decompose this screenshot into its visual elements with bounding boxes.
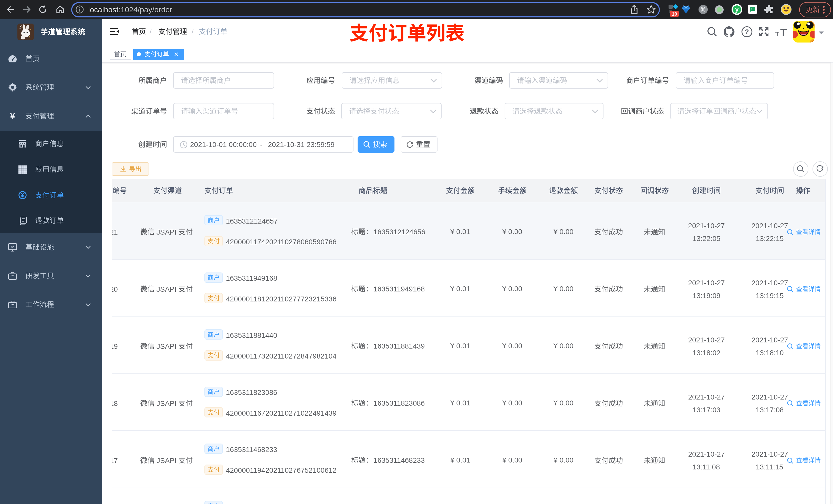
svg-text:¥ 0.01: ¥ 0.01 [450, 285, 470, 293]
svg-text:JSAPI: JSAPI [157, 400, 176, 407]
svg-text:¥ 0.00: ¥ 0.00 [553, 456, 573, 464]
svg-text:4200001194202110276752100612: 4200001194202110276752100612 [226, 466, 337, 474]
svg-text:13:11:08: 13:11:08 [693, 463, 720, 471]
svg-text:13:17:03: 13:17:03 [693, 406, 720, 414]
svg-text:1635311881439: 1635311881439 [374, 342, 425, 350]
svg-text:1635312124657: 1635312124657 [226, 217, 278, 225]
svg-text:1635311881440: 1635311881440 [226, 331, 277, 339]
svg-text:¥ 0.00: ¥ 0.00 [502, 399, 522, 407]
svg-text:13:17:08: 13:17:08 [756, 406, 784, 414]
svg-text:2021-10-27: 2021-10-27 [751, 336, 788, 344]
svg-text:4200001181202110277723215336: 4200001181202110277723215336 [226, 295, 337, 303]
svg-text:¥ 0.00: ¥ 0.00 [502, 456, 522, 464]
svg-text:localhost: localhost [88, 5, 119, 14]
svg-text:2021-10-27: 2021-10-27 [751, 450, 788, 458]
svg-text:1635311949168: 1635311949168 [374, 285, 425, 293]
svg-text:13:19:15: 13:19:15 [756, 292, 784, 299]
svg-text:2021-10-01 00:00:00: 2021-10-01 00:00:00 [190, 141, 257, 148]
svg-text:2021-10-27: 2021-10-27 [688, 336, 724, 344]
svg-text:2021-10-27: 2021-10-27 [751, 279, 788, 287]
svg-text:-: - [260, 141, 262, 148]
svg-text:¥ 0.00: ¥ 0.00 [502, 285, 522, 293]
svg-text:1635311823086: 1635311823086 [374, 399, 425, 407]
svg-text:1635311351736: 1635311351736 [226, 503, 277, 504]
svg-text:2021-10-27: 2021-10-27 [751, 222, 788, 230]
svg-text:13:22:05: 13:22:05 [693, 235, 720, 242]
svg-text:JSAPI: JSAPI [157, 285, 176, 293]
svg-text:4200001173202110272847982104: 4200001173202110272847982104 [226, 352, 337, 360]
svg-text:¥ 0.00: ¥ 0.00 [502, 228, 522, 236]
svg-text:JSAPI: JSAPI [157, 457, 176, 464]
svg-text:JSAPI: JSAPI [157, 342, 176, 350]
svg-text:4200001174202110278060590766: 4200001174202110278060590766 [226, 238, 337, 246]
svg-text:17: 17 [110, 457, 118, 464]
svg-text:¥ 0.00: ¥ 0.00 [553, 285, 573, 293]
svg-text:¥ 0.00: ¥ 0.00 [553, 342, 573, 350]
svg-text:1635311468233: 1635311468233 [374, 456, 425, 464]
svg-text:1635312124656: 1635312124656 [374, 228, 425, 236]
svg-text::1024/pay/order: :1024/pay/order [118, 5, 172, 14]
svg-text:2021-10-27: 2021-10-27 [688, 450, 724, 458]
svg-text:¥ 0.00: ¥ 0.00 [553, 399, 573, 407]
svg-text:¥ 0.01: ¥ 0.01 [450, 342, 470, 350]
svg-text:1635311949168: 1635311949168 [226, 274, 277, 282]
svg-text:¥ 0.01: ¥ 0.01 [450, 456, 470, 464]
svg-text:1635311468233: 1635311468233 [226, 446, 277, 454]
svg-text:¥ 0.00: ¥ 0.00 [502, 342, 522, 350]
svg-text:4200001167202110271022491439: 4200001167202110271022491439 [226, 409, 337, 417]
svg-text:18: 18 [110, 400, 118, 407]
svg-text:2021-10-27: 2021-10-27 [688, 222, 724, 230]
svg-text:20: 20 [110, 285, 118, 293]
svg-text:JSAPI: JSAPI [157, 228, 176, 236]
svg-text:2021-10-27: 2021-10-27 [751, 393, 788, 401]
svg-text:21: 21 [110, 228, 118, 236]
svg-text:/: / [149, 28, 152, 35]
svg-text:2021-10-27: 2021-10-27 [688, 279, 724, 287]
svg-text:¥ 0.00: ¥ 0.00 [553, 228, 573, 236]
svg-text:2021-10-31 23:59:59: 2021-10-31 23:59:59 [268, 141, 335, 148]
svg-text:19: 19 [110, 342, 118, 350]
svg-text:13:11:15: 13:11:15 [756, 463, 783, 471]
svg-text:1635311823086: 1635311823086 [226, 388, 277, 397]
svg-text:¥ 0.01: ¥ 0.01 [450, 399, 470, 407]
svg-text:¥ 0.01: ¥ 0.01 [450, 228, 470, 236]
svg-text:13:22:15: 13:22:15 [756, 235, 784, 242]
svg-text:¥: ¥ [10, 111, 15, 121]
svg-text:13:19:09: 13:19:09 [693, 292, 720, 299]
svg-text:13:18:02: 13:18:02 [693, 349, 720, 357]
svg-text:2021-10-27: 2021-10-27 [688, 393, 724, 401]
svg-text:/: / [192, 28, 194, 35]
svg-text:13:18:10: 13:18:10 [756, 349, 784, 357]
